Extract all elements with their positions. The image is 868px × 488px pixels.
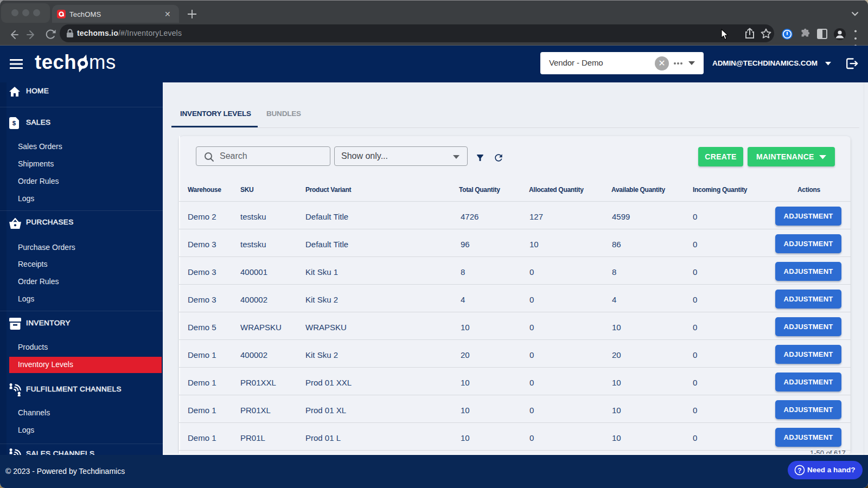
svg-text:?: ?	[797, 467, 801, 474]
svg-text:$: $	[12, 120, 16, 126]
